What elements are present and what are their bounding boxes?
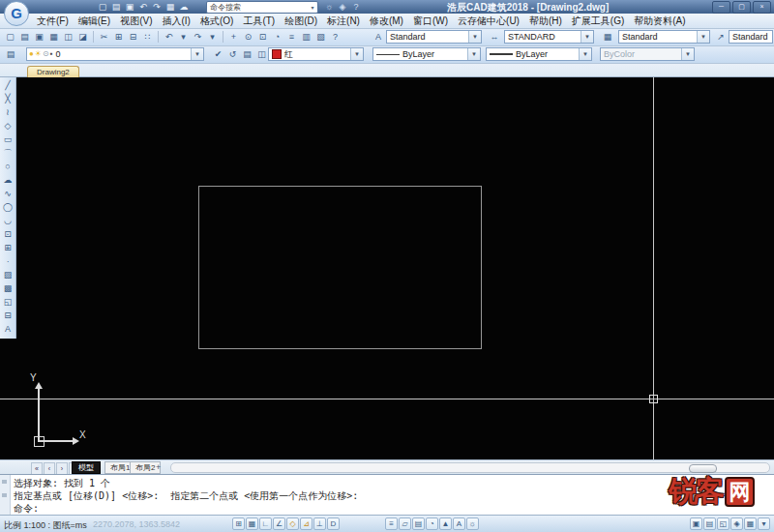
- properties-icon[interactable]: ≡: [285, 30, 299, 44]
- lineweight-combo[interactable]: ByLayer ▼: [486, 47, 592, 61]
- layer-properties-icon[interactable]: ▤: [4, 47, 17, 61]
- zoom-realtime-icon[interactable]: ⊙: [242, 30, 255, 44]
- minimize-button[interactable]: ─: [712, 1, 730, 14]
- status-autoscale-icon[interactable]: A: [453, 517, 465, 530]
- make-block-icon[interactable]: ⊞: [2, 242, 15, 254]
- status-annotation-icon[interactable]: ▲: [439, 517, 452, 530]
- menu-item[interactable]: 帮助(H): [524, 14, 567, 28]
- status-osnap-icon[interactable]: ◇: [286, 517, 299, 530]
- info-icon[interactable]: ?: [350, 1, 362, 13]
- arc-icon[interactable]: ⌒: [2, 147, 15, 160]
- status-cycling-icon[interactable]: ◔: [426, 517, 438, 530]
- cloud-icon[interactable]: ☁: [178, 1, 190, 13]
- open-icon[interactable]: ▤: [110, 1, 122, 13]
- chevron-down-icon[interactable]: ▼: [350, 48, 363, 60]
- layer-combo[interactable]: ●☀⊙▪ 0 ▼: [26, 47, 204, 61]
- chevron-down-icon[interactable]: ▼: [467, 48, 480, 60]
- menu-item[interactable]: 工具(T): [238, 14, 280, 28]
- menu-item[interactable]: 修改(M): [365, 14, 408, 28]
- chevron-down-icon[interactable]: ▼: [191, 48, 203, 60]
- plot-icon[interactable]: ▦: [164, 1, 176, 13]
- drawing-tab[interactable]: Drawing2: [27, 66, 79, 77]
- ellipse-arc-icon[interactable]: ◡: [2, 215, 15, 227]
- status-maximize-viewport-icon[interactable]: ◱: [717, 517, 729, 530]
- close-button[interactable]: ×: [753, 1, 771, 14]
- mleader-style-combo[interactable]: Standard: [729, 30, 773, 44]
- maximize-button[interactable]: ▢: [732, 1, 751, 14]
- save-icon[interactable]: ▣: [33, 30, 46, 44]
- status-toolbar-lock-icon[interactable]: ◈: [730, 517, 743, 530]
- workspace-icon[interactable]: ☼: [323, 1, 335, 13]
- status-transparency-icon[interactable]: ▱: [399, 517, 411, 530]
- status-lineweight-icon[interactable]: ≡: [385, 517, 398, 530]
- region-icon[interactable]: ◱: [2, 296, 15, 309]
- tool-palettes-icon[interactable]: ▧: [314, 30, 328, 44]
- help-icon[interactable]: ?: [329, 30, 342, 44]
- zoom-previous-icon[interactable]: ◔: [271, 30, 284, 44]
- make-layer-current-icon[interactable]: ✔: [212, 47, 225, 61]
- plot-preview-icon[interactable]: ◫: [62, 30, 75, 44]
- rectangle-entity[interactable]: [198, 186, 482, 349]
- menu-item[interactable]: 格式(O): [195, 14, 238, 28]
- circle-icon[interactable]: ○: [2, 161, 15, 173]
- chevron-down-icon[interactable]: ▾: [308, 4, 317, 11]
- menu-item[interactable]: 扩展工具(G): [567, 14, 629, 28]
- text-style-combo[interactable]: Standard ▼: [386, 30, 482, 44]
- copy-icon[interactable]: ⊞: [112, 30, 126, 44]
- redo-icon[interactable]: ↷: [192, 30, 205, 44]
- menu-item[interactable]: 窗口(W): [408, 14, 453, 28]
- status-layout-icon[interactable]: ▤: [703, 517, 716, 530]
- status-workspace-icon[interactable]: ☼: [466, 517, 479, 530]
- linetype-combo[interactable]: ByLayer ▼: [372, 47, 481, 61]
- table-icon[interactable]: ⊟: [2, 310, 15, 322]
- app-logo-icon[interactable]: G: [4, 1, 29, 26]
- polygon-icon[interactable]: ◇: [2, 120, 15, 133]
- status-ducs-icon[interactable]: ⊥: [313, 517, 326, 530]
- menu-item[interactable]: 绘图(D): [280, 14, 322, 28]
- revcloud-icon[interactable]: ☁: [2, 174, 15, 187]
- hatch-icon[interactable]: ▨: [2, 269, 15, 281]
- menu-item[interactable]: 标注(N): [322, 14, 365, 28]
- layer-isolate-icon[interactable]: ◫: [255, 47, 269, 61]
- add-layout-button[interactable]: +: [156, 462, 161, 472]
- cut-icon[interactable]: ✂: [98, 30, 111, 44]
- new-icon[interactable]: ▢: [4, 30, 17, 44]
- designcenter-icon[interactable]: ▥: [300, 30, 313, 44]
- table-style-combo[interactable]: Standard ▼: [618, 30, 710, 44]
- status-dyn-icon[interactable]: D: [327, 517, 340, 530]
- new-icon[interactable]: ▢: [97, 1, 108, 13]
- command-window[interactable]: 选择对象: 找到 1 个指定基点或 [位移(D)] <位移>: 指定第二个点或 …: [0, 474, 774, 515]
- undo-icon[interactable]: ↶: [163, 30, 176, 44]
- menu-item[interactable]: 文件(F): [32, 14, 74, 28]
- ellipse-icon[interactable]: ◯: [2, 201, 15, 214]
- mtext-icon[interactable]: A: [2, 323, 15, 336]
- color-combo[interactable]: 红 ▼: [268, 47, 364, 61]
- paste-icon[interactable]: ⊟: [127, 30, 140, 44]
- command-search-box[interactable]: 命令搜索 ▾: [206, 1, 318, 14]
- status-otrack-icon[interactable]: ⊿: [300, 517, 313, 530]
- layer-previous-icon[interactable]: ↺: [226, 47, 240, 61]
- dim-style-combo[interactable]: STANDARD ▼: [504, 30, 594, 44]
- menu-item[interactable]: 帮助资料(A): [629, 14, 690, 28]
- chevron-down-icon[interactable]: ▼: [579, 48, 591, 60]
- menu-item[interactable]: 云存储中心(U): [453, 14, 524, 28]
- rectangle-icon[interactable]: ▭: [2, 133, 15, 146]
- spline-icon[interactable]: ∿: [2, 188, 15, 200]
- open-icon[interactable]: ▤: [18, 30, 32, 44]
- layer-states-icon[interactable]: ▤: [241, 47, 254, 61]
- status-polar-icon[interactable]: ∠: [273, 517, 285, 530]
- chevron-down-icon[interactable]: ▼: [580, 31, 593, 43]
- redo-dropdown-icon[interactable]: ▾: [206, 30, 220, 44]
- construction-line-icon[interactable]: ╳: [2, 93, 15, 105]
- lock-ui-icon[interactable]: ◈: [337, 1, 348, 13]
- publish-icon[interactable]: ◪: [76, 30, 90, 44]
- status-ortho-icon[interactable]: ∟: [259, 517, 272, 530]
- menu-item[interactable]: 视图(V): [115, 14, 157, 28]
- gradient-icon[interactable]: ▩: [2, 282, 15, 295]
- status-model-icon[interactable]: ▣: [690, 517, 702, 530]
- menu-item[interactable]: 插入(I): [157, 14, 194, 28]
- match-properties-icon[interactable]: ∷: [141, 30, 155, 44]
- chevron-down-icon[interactable]: ▼: [468, 31, 481, 43]
- tab-model[interactable]: 模型: [72, 461, 101, 474]
- save-icon[interactable]: ▣: [124, 1, 135, 13]
